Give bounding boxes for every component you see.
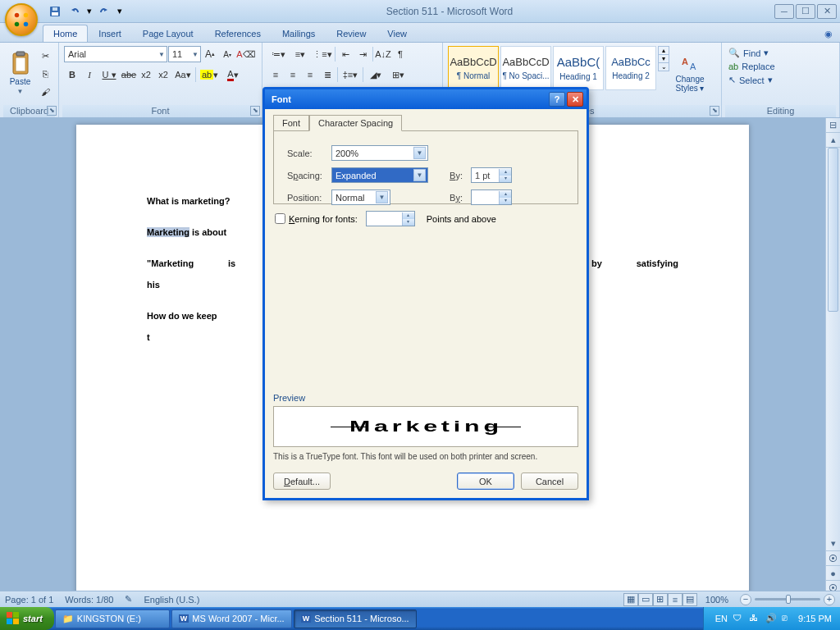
bullets-button[interactable]: ≔▾ bbox=[267, 46, 289, 62]
undo-icon[interactable] bbox=[66, 2, 84, 21]
browse-object-icon[interactable]: ● bbox=[826, 566, 840, 581]
qat-dropdown-icon[interactable]: ▾ bbox=[115, 2, 125, 21]
find-button[interactable]: 🔍Find ▾ bbox=[727, 46, 834, 60]
view-full-reading[interactable]: ▭ bbox=[638, 593, 653, 606]
format-painter-icon[interactable]: 🖌 bbox=[37, 84, 53, 100]
close-button[interactable]: ✕ bbox=[817, 4, 837, 19]
status-language[interactable]: English (U.S.) bbox=[144, 595, 199, 605]
underline-button[interactable]: U ▾ bbox=[98, 66, 120, 83]
dialog-help-button[interactable]: ? bbox=[549, 92, 565, 107]
save-icon[interactable] bbox=[46, 2, 64, 21]
view-web-layout[interactable]: ⊞ bbox=[653, 593, 668, 606]
shrink-font-icon[interactable]: A▾ bbox=[219, 46, 235, 62]
cancel-button[interactable]: Cancel bbox=[521, 472, 578, 490]
cut-icon[interactable]: ✂ bbox=[37, 48, 53, 64]
inc-indent-button[interactable]: ⇥ bbox=[354, 46, 371, 62]
browse-prev-icon[interactable]: ⦿ bbox=[826, 551, 840, 566]
highlight-button[interactable]: ab▾ bbox=[198, 66, 221, 83]
dialog-close-button[interactable]: ✕ bbox=[567, 92, 583, 107]
tray-clock[interactable]: 9:15 PM bbox=[798, 614, 832, 623]
scroll-up-icon[interactable]: ▴ bbox=[826, 133, 840, 148]
scroll-down-icon[interactable]: ▾ bbox=[826, 536, 840, 551]
numbering-button[interactable]: ≡▾ bbox=[290, 46, 311, 62]
default-button[interactable]: Default... bbox=[273, 472, 331, 490]
line-spacing-button[interactable]: ‡≡▾ bbox=[340, 66, 361, 83]
italic-button[interactable]: I bbox=[81, 66, 98, 83]
minimize-button[interactable]: ─ bbox=[774, 4, 794, 19]
dlgtab-font[interactable]: Font bbox=[273, 115, 309, 131]
grow-font-icon[interactable]: A▴ bbox=[202, 46, 218, 62]
status-proof-icon[interactable]: ✎ bbox=[125, 594, 132, 605]
clipboard-launcher[interactable]: ⬊ bbox=[47, 106, 57, 116]
font-family-combo[interactable]: Arial▼ bbox=[64, 46, 167, 62]
dlgtab-charspacing[interactable]: Character Spacing bbox=[309, 115, 402, 131]
view-print-layout[interactable]: ▦ bbox=[623, 593, 638, 606]
view-outline[interactable]: ≡ bbox=[668, 593, 682, 606]
tab-view[interactable]: View bbox=[377, 25, 418, 42]
dec-indent-button[interactable]: ⇤ bbox=[337, 46, 354, 62]
ok-button[interactable]: OK bbox=[457, 472, 514, 490]
align-left-button[interactable]: ≡ bbox=[267, 66, 284, 83]
taskbar-item-word2[interactable]: WSection 511 - Microso... bbox=[294, 609, 417, 628]
tab-home[interactable]: Home bbox=[43, 25, 88, 42]
styles-launcher[interactable]: ⬊ bbox=[710, 106, 719, 116]
status-page[interactable]: Page: 1 of 1 bbox=[5, 595, 53, 605]
style-heading1[interactable]: AaBbC(Heading 1 bbox=[553, 46, 604, 90]
superscript-button[interactable]: x2 bbox=[155, 66, 171, 83]
clear-format-icon[interactable]: A⌫ bbox=[236, 46, 256, 62]
zoom-in-button[interactable]: + bbox=[824, 594, 835, 605]
replace-button[interactable]: abReplace bbox=[727, 60, 834, 73]
status-zoom[interactable]: 100% bbox=[705, 595, 728, 605]
position-combo[interactable]: Normal▼ bbox=[331, 189, 390, 205]
align-right-button[interactable]: ≡ bbox=[302, 66, 318, 83]
ribbon-help-icon[interactable]: ◉ bbox=[820, 25, 837, 42]
start-button[interactable]: start bbox=[0, 607, 54, 630]
tab-pagelayout[interactable]: Page Layout bbox=[132, 25, 204, 42]
borders-button[interactable]: ⊞▾ bbox=[387, 66, 409, 83]
change-case-button[interactable]: Aa▾ bbox=[172, 66, 194, 83]
style-heading2[interactable]: AaBbCcHeading 2 bbox=[605, 46, 656, 90]
tab-review[interactable]: Review bbox=[326, 25, 377, 42]
taskbar-item-word1[interactable]: WMS Word 2007 - Micr... bbox=[171, 609, 292, 628]
font-size-combo[interactable]: 11▼ bbox=[168, 46, 201, 62]
tray-network-icon[interactable]: 🖧 bbox=[749, 613, 760, 624]
paste-button[interactable]: Paste ▼ bbox=[5, 46, 35, 100]
position-by-spin[interactable]: ▴▾ bbox=[471, 189, 512, 205]
zoom-thumb[interactable] bbox=[786, 595, 791, 604]
style-nospaci[interactable]: AaBbCcD¶ No Spaci... bbox=[500, 46, 551, 90]
style-gallery-scroll[interactable]: ▴ ▾ ⌄ bbox=[658, 46, 669, 71]
align-center-button[interactable]: ≡ bbox=[285, 66, 301, 83]
scroll-thumb[interactable] bbox=[828, 148, 838, 312]
tab-insert[interactable]: Insert bbox=[88, 25, 132, 42]
taskbar-item-kingston[interactable]: 📁KINGSTON (E:) bbox=[55, 609, 170, 628]
zoom-track[interactable] bbox=[755, 598, 820, 600]
spacing-by-spin[interactable]: 1 pt▴▾ bbox=[471, 167, 512, 183]
view-draft[interactable]: ▤ bbox=[682, 593, 697, 606]
bold-button[interactable]: B bbox=[64, 66, 80, 83]
status-words[interactable]: Words: 1/80 bbox=[65, 595, 113, 605]
tab-mailings[interactable]: Mailings bbox=[272, 25, 326, 42]
tab-references[interactable]: References bbox=[204, 25, 272, 42]
multilevel-button[interactable]: ⋮≡▾ bbox=[312, 46, 333, 62]
justify-button[interactable]: ≣ bbox=[319, 66, 336, 83]
scroll-tools-icon[interactable]: ⊟ bbox=[826, 118, 840, 133]
tray-usb-icon[interactable]: ⎚ bbox=[782, 613, 793, 624]
show-hide-button[interactable]: ¶ bbox=[392, 46, 409, 62]
shading-button[interactable]: ◢▾ bbox=[365, 66, 386, 83]
maximize-button[interactable]: ☐ bbox=[796, 4, 815, 19]
copy-icon[interactable]: ⎘ bbox=[37, 66, 53, 82]
style-normal[interactable]: AaBbCcD¶ Normal bbox=[448, 46, 499, 90]
undo-dropdown-icon[interactable]: ▾ bbox=[85, 2, 94, 21]
font-launcher[interactable]: ⬊ bbox=[250, 106, 260, 116]
spacing-combo[interactable]: Expanded▼ bbox=[331, 167, 428, 183]
redo-icon[interactable] bbox=[95, 2, 113, 21]
dialog-titlebar[interactable]: Font ? ✕ bbox=[265, 89, 587, 109]
tray-shield-icon[interactable]: 🛡 bbox=[733, 613, 744, 624]
kerning-spin[interactable]: ▴▾ bbox=[366, 211, 415, 226]
font-color-button[interactable]: A▾ bbox=[221, 66, 244, 83]
subscript-button[interactable]: x2 bbox=[138, 66, 154, 83]
tray-volume-icon[interactable]: 🔊 bbox=[765, 613, 777, 624]
tray-lang[interactable]: EN bbox=[715, 614, 728, 623]
sort-button[interactable]: A↓Z bbox=[375, 46, 391, 62]
office-button[interactable] bbox=[5, 3, 38, 36]
